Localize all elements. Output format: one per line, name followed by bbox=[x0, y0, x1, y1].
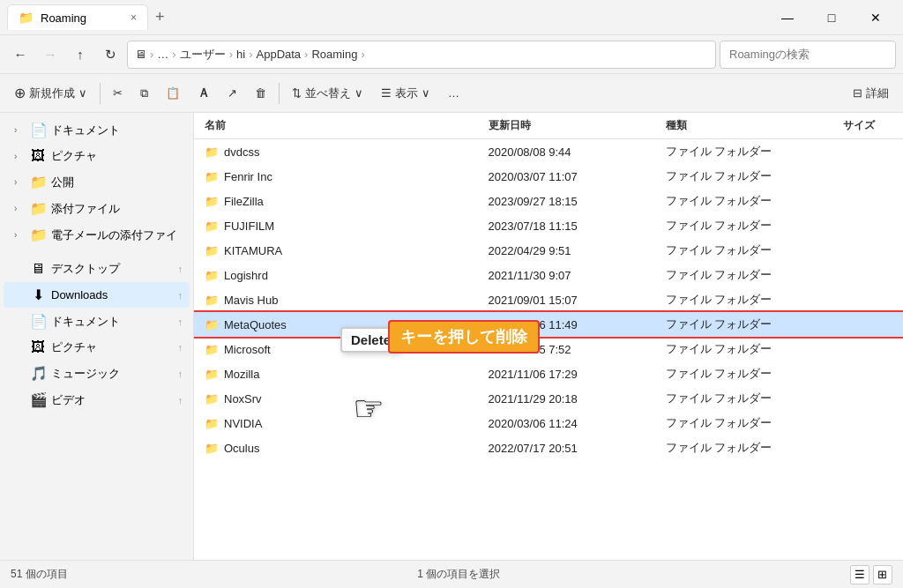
sidebar-item-label: ビデオ bbox=[51, 392, 173, 408]
file-name-text: Mavis Hub bbox=[224, 294, 278, 307]
view-icon: ☰ bbox=[381, 86, 392, 100]
table-row[interactable]: 📁Microsoft2024/08/05 7:52ファイル フォルダー bbox=[194, 337, 903, 361]
sort-button[interactable]: ⇅ 並べ替え ∨ bbox=[285, 82, 370, 105]
file-updated-cell: 2020/08/08 9:44 bbox=[478, 139, 655, 165]
delete-icon: 🗑 bbox=[255, 86, 266, 100]
breadcrumb[interactable]: 🖥 › … › ユーザー › hi › AppData › Roaming › bbox=[127, 41, 716, 69]
breadcrumb-appdata[interactable]: AppData bbox=[257, 48, 302, 61]
file-name-text: FileZilla bbox=[224, 195, 264, 208]
cut-button[interactable]: ✂ bbox=[106, 83, 130, 103]
grid-view-button[interactable]: ⊞ bbox=[873, 565, 892, 584]
table-row[interactable]: 📁NVIDIA2020/03/06 11:24ファイル フォルダー bbox=[194, 411, 903, 435]
details-button[interactable]: ⊟ 詳細 bbox=[846, 82, 896, 105]
file-updated-cell: 2020/03/06 11:24 bbox=[478, 411, 655, 435]
table-row[interactable]: 📁Logishrd2021/11/30 9:07ファイル フォルダー bbox=[194, 263, 903, 287]
pin-icon: ↑ bbox=[178, 316, 183, 327]
sidebar-item-pictures[interactable]: › 🖼 ピクチャ bbox=[4, 144, 190, 168]
tab-close-button[interactable]: × bbox=[131, 11, 137, 24]
file-size-cell bbox=[832, 386, 903, 411]
table-row[interactable]: 📁Mozilla2021/11/06 17:29ファイル フォルダー bbox=[194, 361, 903, 386]
file-size-cell bbox=[832, 435, 903, 460]
sidebar-item-music[interactable]: 🎵 ミュージック ↑ bbox=[4, 361, 190, 386]
new-tab-button[interactable]: + bbox=[148, 8, 172, 26]
more-button[interactable]: … bbox=[441, 83, 466, 103]
file-type-cell: ファイル フォルダー bbox=[655, 238, 832, 263]
back-button[interactable]: ← bbox=[7, 41, 34, 68]
folder-icon: 📁 bbox=[205, 294, 219, 307]
file-size-cell bbox=[832, 263, 903, 287]
breadcrumb-roaming[interactable]: Roaming bbox=[311, 48, 357, 61]
folder-icon: 📁 bbox=[205, 343, 219, 356]
refresh-button[interactable]: ↻ bbox=[97, 41, 123, 68]
file-type-cell: ファイル フォルダー bbox=[655, 189, 832, 213]
file-size-cell bbox=[832, 312, 903, 337]
file-type-cell: ファイル フォルダー bbox=[655, 411, 832, 435]
sidebar-item-email-attachments[interactable]: › 📁 電子メールの添付ファイ bbox=[4, 222, 190, 248]
file-name-text: FUJIFILM bbox=[224, 220, 274, 233]
list-view-button[interactable]: ☰ bbox=[850, 565, 869, 584]
table-row[interactable]: 📁Oculus2022/07/17 20:51ファイル フォルダー bbox=[194, 435, 903, 460]
sidebar-item-documents[interactable]: › 📄 ドキュメント bbox=[4, 117, 190, 143]
details-label: 詳細 bbox=[866, 86, 889, 101]
file-name-text: dvdcss bbox=[224, 145, 259, 159]
col-name[interactable]: 名前 bbox=[194, 113, 478, 139]
file-updated-cell: 2023/07/18 11:15 bbox=[478, 213, 655, 238]
folder-icon: 📁 bbox=[205, 195, 219, 208]
paste-button[interactable]: 📋 bbox=[159, 83, 187, 103]
table-row[interactable]: 📁NoxSrv2021/11/29 20:18ファイル フォルダー bbox=[194, 386, 903, 411]
minimize-button[interactable]: — bbox=[767, 4, 808, 32]
arrow-icon: › bbox=[14, 204, 25, 213]
forward-button[interactable]: → bbox=[37, 41, 63, 68]
file-updated-cell: 2021/11/06 17:29 bbox=[478, 361, 655, 386]
file-name-cell: 📁FUJIFILM bbox=[194, 213, 478, 238]
view-button[interactable]: ☰ 表示 ∨ bbox=[374, 82, 437, 105]
sidebar-item-desktop[interactable]: 🖥 デスクトップ ↑ bbox=[4, 257, 190, 281]
sidebar-item-attachments[interactable]: › 📁 添付ファイル bbox=[4, 196, 190, 221]
cut-icon: ✂ bbox=[113, 86, 123, 100]
content-area: 名前 更新日時 種類 サイズ 📁dvdcss2020/08/08 9:44ファイ… bbox=[194, 113, 903, 560]
file-updated-cell: 2021/11/29 20:18 bbox=[478, 386, 655, 411]
breadcrumb-ellipsis[interactable]: … bbox=[157, 48, 168, 61]
new-item-button[interactable]: ⊕ 新規作成 ∨ bbox=[7, 81, 94, 105]
table-row[interactable]: 📁Fenrir Inc2020/03/07 11:07ファイル フォルダー bbox=[194, 164, 903, 189]
table-row[interactable]: 📁Mavis Hub2021/09/01 15:07ファイル フォルダー bbox=[194, 287, 903, 312]
sidebar-item-documents2[interactable]: 📄 ドキュメント ↑ bbox=[4, 309, 190, 334]
share-button[interactable]: ↗ bbox=[220, 83, 244, 103]
title-bar: 📁 Roaming × + — □ ✕ bbox=[0, 0, 903, 35]
breadcrumb-user[interactable]: ユーザー bbox=[180, 47, 226, 63]
file-updated-cell: 2023/09/27 18:15 bbox=[478, 189, 655, 213]
file-name-cell: 📁NoxSrv bbox=[194, 386, 478, 411]
sidebar-item-public[interactable]: › 📁 公開 bbox=[4, 169, 190, 195]
breadcrumb-monitor[interactable]: 🖥 bbox=[135, 48, 146, 61]
file-list: 名前 更新日時 種類 サイズ 📁dvdcss2020/08/08 9:44ファイ… bbox=[194, 113, 903, 560]
up-button[interactable]: ↑ bbox=[67, 41, 93, 68]
sidebar-item-label: ピクチャ bbox=[51, 339, 173, 355]
delete-button[interactable]: 🗑 bbox=[248, 83, 273, 103]
sidebar-item-pictures2[interactable]: 🖼 ピクチャ ↑ bbox=[4, 335, 190, 360]
table-row[interactable]: 📁KITAMURA2022/04/29 9:51ファイル フォルダー bbox=[194, 238, 903, 263]
file-name-cell: 📁Logishrd bbox=[194, 263, 478, 287]
col-updated[interactable]: 更新日時 bbox=[478, 113, 655, 139]
file-size-cell bbox=[832, 164, 903, 189]
col-type[interactable]: 種類 bbox=[655, 113, 832, 139]
sidebar-item-downloads[interactable]: ⬇ Downloads ↑ bbox=[4, 282, 190, 308]
arrow-icon: › bbox=[14, 230, 25, 240]
sidebar-item-video[interactable]: 🎬 ビデオ ↑ bbox=[4, 387, 190, 413]
pin-icon: ↑ bbox=[178, 264, 183, 274]
table-row[interactable]: 📁FUJIFILM2023/07/18 11:15ファイル フォルダー bbox=[194, 213, 903, 238]
breadcrumb-hi[interactable]: hi bbox=[236, 48, 245, 61]
file-updated-cell: 2021/09/01 15:07 bbox=[478, 287, 655, 312]
close-button[interactable]: ✕ bbox=[855, 4, 896, 32]
table-row[interactable]: 📁FileZilla2023/09/27 18:15ファイル フォルダー bbox=[194, 189, 903, 213]
active-tab[interactable]: 📁 Roaming × bbox=[7, 4, 148, 30]
table-row[interactable]: 📁dvdcss2020/08/08 9:44ファイル フォルダー bbox=[194, 139, 903, 165]
file-name-cell: 📁Mavis Hub bbox=[194, 287, 478, 312]
rename-button[interactable]: Ａ bbox=[190, 82, 217, 105]
copy-button[interactable]: ⧉ bbox=[133, 83, 155, 104]
maximize-button[interactable]: □ bbox=[811, 4, 852, 32]
search-input[interactable] bbox=[720, 41, 896, 69]
folder-icon: 📁 bbox=[205, 145, 219, 159]
col-size[interactable]: サイズ bbox=[832, 113, 903, 139]
file-name-cell: 📁Microsoft bbox=[194, 337, 478, 361]
table-row[interactable]: 📁MetaQuotes2024/08/26 11:49ファイル フォルダー bbox=[194, 312, 903, 337]
